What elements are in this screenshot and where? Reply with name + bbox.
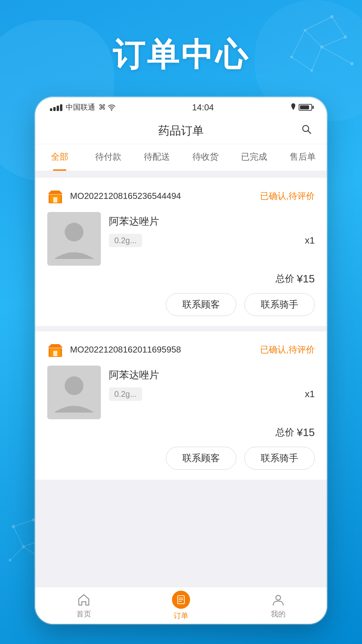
tab-pending-receive[interactable]: 待收货 bbox=[181, 144, 230, 171]
status-left: 中国联通 ⌘ bbox=[50, 102, 115, 112]
contact-customer-btn-2[interactable]: 联系顾客 bbox=[166, 447, 236, 470]
item-spec-2: 0.2g... bbox=[109, 387, 142, 401]
svg-point-33 bbox=[65, 223, 83, 241]
app-header: 药品订单 bbox=[35, 117, 327, 144]
order-price-1: ¥15 bbox=[297, 273, 315, 285]
order-item-1: 阿苯达唑片 0.2g... x1 bbox=[47, 212, 315, 266]
order-actions-2: 联系顾客 联系骑手 bbox=[47, 447, 315, 470]
order-number-2: MO20221208162011695958 bbox=[70, 344, 260, 355]
shop-icon-2 bbox=[47, 341, 63, 358]
svg-point-16 bbox=[32, 519, 35, 521]
order-card-1: MO20221208165236544494 已确认,待评价 阿苯达唑片 0.2… bbox=[35, 178, 327, 326]
shop-icon-1 bbox=[47, 188, 63, 204]
item-spec-1: 0.2g... bbox=[109, 234, 142, 247]
order-total-1: 总价 ¥15 bbox=[47, 272, 315, 285]
order-header-2: MO20221208162011695958 已确认,待评价 bbox=[47, 341, 315, 358]
item-image-2 bbox=[47, 366, 101, 419]
nav-home[interactable]: 首页 bbox=[35, 587, 132, 624]
svg-line-23 bbox=[13, 527, 23, 547]
nav-profile-label: 我的 bbox=[271, 609, 286, 619]
tab-all[interactable]: 全部 bbox=[35, 144, 84, 171]
tab-pending-pay[interactable]: 待付款 bbox=[84, 144, 132, 171]
svg-line-28 bbox=[308, 131, 311, 133]
status-time: 14:04 bbox=[192, 102, 214, 113]
signal-icon bbox=[50, 104, 62, 111]
phone-mockup: 中国联通 ⌘ 14:04 药品订单 bbox=[35, 97, 327, 624]
order-card-2: MO20221208162011695958 已确认,待评价 阿苯达唑片 0.2… bbox=[35, 331, 327, 480]
search-button[interactable] bbox=[301, 124, 312, 138]
carrier-label: 中国联通 bbox=[66, 102, 95, 112]
order-item-2: 阿苯达唑片 0.2g... x1 bbox=[47, 366, 315, 419]
svg-point-4 bbox=[304, 29, 306, 31]
svg-point-17 bbox=[22, 545, 25, 548]
order-total-2: 总价 ¥15 bbox=[47, 426, 315, 439]
tab-pending-delivery[interactable]: 待配送 bbox=[132, 144, 181, 171]
item-qty-2: x1 bbox=[305, 389, 315, 399]
profile-icon bbox=[271, 592, 286, 607]
svg-rect-36 bbox=[53, 351, 57, 356]
item-qty-1: x1 bbox=[305, 235, 315, 246]
svg-line-10 bbox=[305, 17, 332, 30]
bottom-nav: 首页 订单 我的 bbox=[35, 587, 327, 624]
svg-line-21 bbox=[13, 520, 34, 527]
svg-rect-31 bbox=[53, 197, 57, 203]
order-status-2: 已确认,待评价 bbox=[260, 344, 315, 356]
order-number-1: MO20221208165236544494 bbox=[70, 191, 260, 201]
item-name-2: 阿苯达唑片 bbox=[109, 368, 315, 382]
nav-profile[interactable]: 我的 bbox=[230, 587, 327, 624]
svg-line-26 bbox=[10, 547, 23, 560]
app-header-title: 药品订单 bbox=[158, 123, 204, 139]
svg-point-43 bbox=[276, 595, 281, 600]
svg-point-0 bbox=[330, 15, 333, 18]
content-area: MO20221208165236544494 已确认,待评价 阿苯达唑片 0.2… bbox=[35, 171, 327, 587]
contact-customer-btn-1[interactable]: 联系顾客 bbox=[166, 293, 236, 316]
orders-icon bbox=[172, 591, 190, 609]
nav-orders-label: 订单 bbox=[174, 611, 188, 621]
item-name-1: 阿苯达唑片 bbox=[109, 215, 315, 228]
contact-rider-btn-1[interactable]: 联系骑手 bbox=[244, 293, 315, 316]
page-title: 订单中心 bbox=[0, 34, 362, 77]
item-spec-row-1: 0.2g... x1 bbox=[109, 234, 315, 247]
nav-orders[interactable]: 订单 bbox=[132, 587, 230, 624]
svg-point-20 bbox=[9, 559, 11, 561]
location-icon bbox=[291, 103, 296, 112]
battery-icon bbox=[299, 104, 312, 111]
tab-aftersale[interactable]: 售后单 bbox=[278, 144, 327, 171]
svg-point-15 bbox=[12, 525, 15, 528]
item-info-1: 阿苯达唑片 0.2g... x1 bbox=[109, 212, 315, 247]
order-price-2: ¥15 bbox=[297, 426, 315, 439]
item-spec-row-2: 0.2g... x1 bbox=[109, 387, 315, 401]
contact-rider-btn-2[interactable]: 联系骑手 bbox=[244, 447, 315, 470]
status-bar: 中国联通 ⌘ 14:04 bbox=[35, 97, 327, 117]
tab-bar: 全部 待付款 待配送 待收货 已完成 售后单 bbox=[35, 144, 327, 171]
status-right bbox=[291, 103, 312, 112]
item-image-1 bbox=[47, 212, 101, 266]
home-icon bbox=[76, 592, 91, 607]
nav-home-label: 首页 bbox=[76, 609, 91, 619]
wifi-icon: ⌘ bbox=[99, 103, 115, 112]
order-status-1: 已确认,待评价 bbox=[260, 190, 315, 202]
svg-point-38 bbox=[65, 376, 83, 395]
item-info-2: 阿苯达唑片 0.2g... x1 bbox=[109, 366, 315, 401]
tab-completed[interactable]: 已完成 bbox=[230, 144, 278, 171]
order-actions-1: 联系顾客 联系骑手 bbox=[47, 293, 315, 316]
order-header-1: MO20221208165236544494 已确认,待评价 bbox=[47, 188, 315, 204]
